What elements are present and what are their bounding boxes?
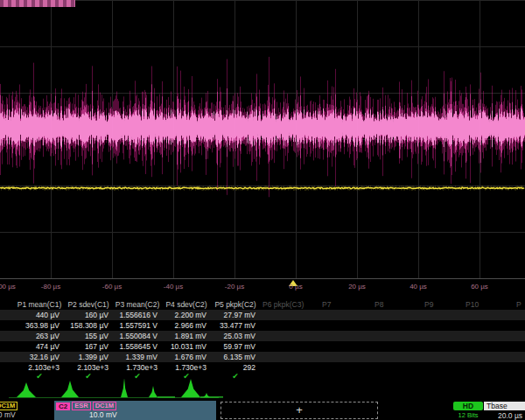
hd-bits-label: 12 Bits xyxy=(453,411,483,419)
measure-value: 1.550084 V xyxy=(114,331,158,341)
measure-value: 1.399 µV xyxy=(65,352,108,362)
measure-value: 1.676 mV xyxy=(163,352,206,362)
histicon-p4[interactable] xyxy=(149,386,175,398)
measure-value: 32.16 µV xyxy=(16,352,60,362)
time-tick-label: -80 µs xyxy=(41,283,60,290)
measure-table-header-row: P1 mean(C1)P2 sdev(C1)P3 mean(C2)P4 sdev… xyxy=(0,299,525,310)
c2-esr-badge: ESR xyxy=(72,402,90,410)
measure-value: 25.03 mV xyxy=(212,331,256,341)
param-header-1[interactable]: P1 mean(C1) xyxy=(16,299,63,310)
time-tick-label: 00 µs xyxy=(0,283,16,290)
timebase-label: Tbase xyxy=(484,402,525,410)
timebase-value: 20.0 µs xyxy=(498,411,525,420)
param-header-dim[interactable]: P9 xyxy=(424,299,433,310)
histicon-p1[interactable] xyxy=(17,382,36,397)
time-tick-label: -40 µs xyxy=(164,283,183,290)
timebase-descriptor[interactable]: Tbase 20.0 µs xyxy=(484,401,525,420)
measure-value: 33.477 mV xyxy=(212,320,256,331)
hd-mode-badge: HD xyxy=(453,402,483,410)
param-header-dim[interactable]: P8 xyxy=(374,299,383,310)
measure-value: 2.200 mV xyxy=(163,310,206,320)
measure-table-row: 474 µV167 µV1.558645 V10.031 mV59.97 mV xyxy=(0,341,525,352)
channel-c1-descriptor[interactable]: DC1M 10.0 mV xyxy=(0,401,52,420)
add-trace-button[interactable]: + xyxy=(220,402,378,419)
c2-channel-badge: C2 xyxy=(56,402,70,410)
param-header-dim[interactable]: P xyxy=(516,299,522,310)
param-header-dim[interactable]: P6 pkpk(C3) xyxy=(262,299,304,310)
measure-value: 155 µV xyxy=(65,331,108,341)
param-header-4[interactable]: P4 sdev(C2) xyxy=(163,299,210,310)
measure-value: 1.891 mV xyxy=(163,331,206,341)
measure-value: 263 µV xyxy=(16,331,60,341)
measure-value: 6.135 mV xyxy=(212,352,256,362)
c2-badge-row: C2 ESR DC1M xyxy=(56,402,116,410)
param-header-2[interactable]: P2 sdev(C1) xyxy=(65,299,112,310)
acquisition-mode[interactable]: HD 12 Bits xyxy=(453,401,483,420)
param-header-dim[interactable]: P10 xyxy=(466,299,479,310)
time-tick-label: 20 µs xyxy=(348,283,366,290)
time-tick-label: 60 µs xyxy=(471,283,488,290)
measure-value: 160 µV xyxy=(65,310,108,320)
histicon-baseline xyxy=(9,397,219,398)
waveform-display[interactable] xyxy=(0,0,525,279)
measure-value: 27.97 mV xyxy=(212,310,256,320)
param-header-dim[interactable]: P7 xyxy=(322,299,331,310)
measure-table-row: 440 µV160 µV1.556616 V2.200 mV27.97 mV xyxy=(0,310,525,320)
time-tick-label: -20 µs xyxy=(225,283,244,290)
histicon-row xyxy=(0,379,236,402)
time-axis: 00 µs-80 µs-60 µs-40 µs-20 µs0 µs20 µs40… xyxy=(0,279,525,294)
c2-scale-value: 10.0 mV xyxy=(89,410,117,419)
measure-value: 1.557591 V xyxy=(114,320,158,331)
measure-value: 167 µV xyxy=(65,341,108,352)
measure-value: 1.339 mV xyxy=(114,352,158,362)
c2-coupling-badge: DC1M xyxy=(93,402,116,410)
cropped-toolbar-button[interactable] xyxy=(0,0,75,7)
measure-value: 1.558645 V xyxy=(114,341,158,352)
measure-value: 1.556616 V xyxy=(114,310,158,320)
param-header-5[interactable]: P5 pkpk(C2) xyxy=(212,299,259,310)
channel-c2-descriptor[interactable]: C2 ESR DC1M 10.0 mV xyxy=(54,401,216,420)
measure-value: 474 µV xyxy=(16,341,60,352)
oscilloscope-screen: 00 µs-80 µs-60 µs-40 µs-20 µs0 µs20 µs40… xyxy=(0,0,525,420)
measure-value: 10.031 mV xyxy=(163,341,206,352)
bottom-bar: DC1M 10.0 mV C2 ESR DC1M 10.0 mV + HD 12… xyxy=(0,401,525,420)
c1-coupling-badge: DC1M xyxy=(0,402,18,410)
time-tick-label: 0 µs xyxy=(289,283,302,290)
measure-table: P1 mean(C1)P2 sdev(C1)P3 mean(C2)P4 sdev… xyxy=(0,299,525,382)
histicon-p2[interactable] xyxy=(61,381,79,397)
time-tick-label: -60 µs xyxy=(102,283,122,290)
measure-value: 440 µV xyxy=(16,310,60,320)
measure-value: 59.97 mV xyxy=(212,341,256,352)
time-tick-label: 40 µs xyxy=(410,283,427,290)
measure-value: 158.308 µV xyxy=(65,320,108,331)
histicon-p3[interactable] xyxy=(121,379,128,397)
param-header-3[interactable]: P3 mean(C2) xyxy=(114,299,161,310)
histicon-p5[interactable] xyxy=(181,379,223,398)
measure-table-row: 32.16 µV1.399 µV1.339 mV1.676 mV6.135 mV xyxy=(0,352,525,362)
measure-value: 363.98 µV xyxy=(16,320,60,331)
measure-value: 2.966 mV xyxy=(163,320,206,331)
c1-scale-value: 10.0 mV xyxy=(0,410,16,419)
measure-table-row: 363.98 µV158.308 µV1.557591 V2.966 mV33.… xyxy=(0,320,525,331)
measure-table-row: 263 µV155 µV1.550084 V1.891 mV25.03 mV xyxy=(0,331,525,341)
